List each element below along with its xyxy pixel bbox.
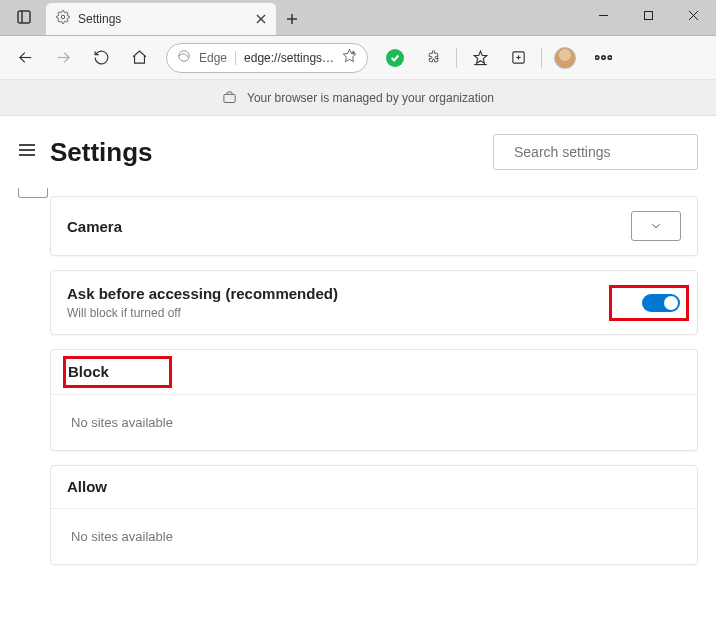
- chevron-down-icon: [649, 219, 663, 233]
- allow-title: Allow: [67, 478, 107, 495]
- ask-subtitle: Will block if turned off: [67, 306, 338, 320]
- svg-point-24: [608, 56, 611, 59]
- tab-strip: Settings: [0, 0, 581, 35]
- toolbar-divider: [541, 48, 542, 68]
- avatar-icon: [554, 47, 576, 69]
- maximize-button[interactable]: [626, 0, 671, 30]
- tab-actions-button[interactable]: [6, 0, 42, 35]
- back-button[interactable]: [8, 41, 42, 75]
- camera-title: Camera: [67, 218, 122, 235]
- profile-button[interactable]: [548, 41, 582, 75]
- block-body: No sites available: [51, 395, 697, 450]
- toolbar-divider: [456, 48, 457, 68]
- close-tab-button[interactable]: [256, 10, 266, 28]
- svg-marker-17: [474, 51, 487, 63]
- more-menu-button[interactable]: [586, 41, 620, 75]
- forward-button[interactable]: [46, 41, 80, 75]
- omnibox-label: Edge: [199, 51, 236, 65]
- svg-marker-14: [343, 49, 356, 62]
- close-window-button[interactable]: [671, 0, 716, 30]
- svg-point-22: [595, 56, 598, 59]
- window-controls: [581, 0, 716, 30]
- grammarly-extension-button[interactable]: [378, 41, 412, 75]
- svg-point-2: [61, 15, 65, 19]
- highlight-block: Block: [63, 356, 172, 388]
- extensions-button[interactable]: [416, 41, 450, 75]
- favorite-icon[interactable]: [342, 48, 357, 67]
- omnibox-url: edge://settings…: [244, 51, 334, 65]
- gear-icon: [56, 10, 70, 28]
- ask-before-accessing-card: Ask before accessing (recommended) Will …: [50, 270, 698, 335]
- settings-header: Settings: [0, 116, 716, 188]
- camera-expand-button[interactable]: [631, 211, 681, 241]
- refresh-button[interactable]: [84, 41, 118, 75]
- block-section: Block No sites available: [50, 349, 698, 451]
- address-bar[interactable]: Edge edge://settings…: [166, 43, 368, 73]
- hamburger-menu-button[interactable]: [18, 143, 36, 161]
- collapsed-section-stub: [18, 188, 48, 198]
- svg-point-23: [601, 56, 604, 59]
- tab-title: Settings: [78, 12, 248, 26]
- home-button[interactable]: [122, 41, 156, 75]
- briefcase-icon: [222, 90, 237, 105]
- minimize-button[interactable]: [581, 0, 626, 30]
- new-tab-button[interactable]: [276, 3, 308, 35]
- search-settings-input[interactable]: [514, 144, 689, 160]
- favorites-button[interactable]: [463, 41, 497, 75]
- page-title: Settings: [50, 137, 479, 168]
- collections-button[interactable]: [501, 41, 535, 75]
- ask-title: Ask before accessing (recommended): [67, 285, 338, 302]
- browser-tab-settings[interactable]: Settings: [46, 3, 276, 35]
- window-titlebar: Settings: [0, 0, 716, 36]
- browser-toolbar: Edge edge://settings…: [0, 36, 716, 80]
- edge-icon: [177, 49, 191, 67]
- managed-text: Your browser is managed by your organiza…: [247, 91, 494, 105]
- allow-section: Allow No sites available: [50, 465, 698, 565]
- svg-rect-0: [18, 11, 30, 23]
- highlight-toggle: [609, 285, 689, 321]
- search-settings-box[interactable]: [493, 134, 698, 170]
- block-title: Block: [68, 363, 109, 380]
- svg-rect-8: [645, 11, 653, 19]
- camera-card: Camera: [50, 196, 698, 256]
- svg-rect-25: [224, 94, 235, 102]
- ask-toggle[interactable]: [642, 294, 680, 312]
- allow-body: No sites available: [51, 509, 697, 564]
- managed-banner: Your browser is managed by your organiza…: [0, 80, 716, 116]
- settings-content[interactable]: Camera Ask before accessing (recommended…: [0, 188, 716, 621]
